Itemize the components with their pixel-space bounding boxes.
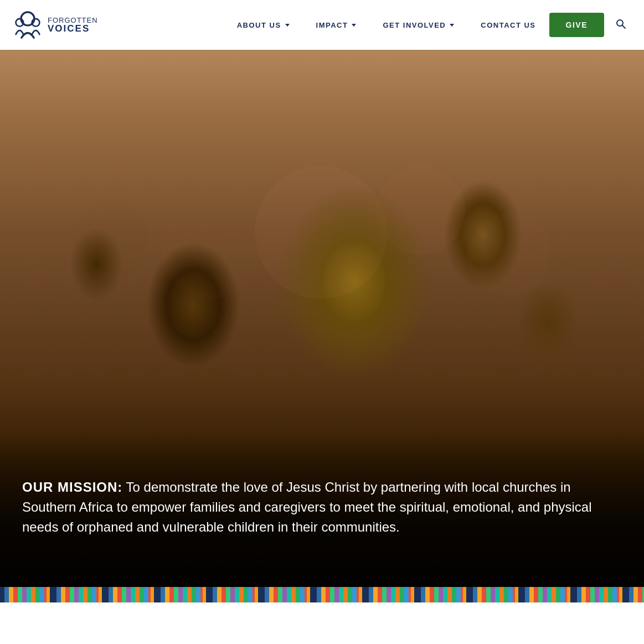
- give-label: GIVE: [566, 20, 588, 29]
- nav-about-label: ABOUT US: [237, 21, 281, 29]
- hero-section: OUR MISSION: To demonstrate the love of …: [0, 0, 644, 587]
- navbar: FORGOTTEN VOICES ABOUT US IMPACT GET INV…: [0, 0, 644, 50]
- hero-mission: OUR MISSION: To demonstrate the love of …: [22, 477, 622, 537]
- nav-get-involved-link[interactable]: GET INVOLVED: [369, 16, 467, 35]
- nav-impact-link[interactable]: IMPACT: [303, 16, 370, 35]
- nav-item-contact[interactable]: CONTACT US: [467, 16, 549, 35]
- nav-impact-label: IMPACT: [316, 21, 348, 29]
- logo-voices: VOICES: [48, 24, 98, 33]
- search-icon: [615, 18, 626, 29]
- mission-label: OUR MISSION:: [22, 480, 122, 494]
- get-involved-chevron-icon: [450, 24, 454, 27]
- logo-text: FORGOTTEN VOICES: [48, 17, 98, 33]
- nav-links: ABOUT US IMPACT GET INVOLVED CONTACT US …: [224, 13, 604, 37]
- nav-item-give[interactable]: GIVE: [549, 13, 604, 37]
- nav-about-link[interactable]: ABOUT US: [224, 16, 303, 35]
- decorative-stripe: [0, 587, 644, 602]
- logo-icon: [11, 8, 44, 42]
- nav-get-involved-label: GET INVOLVED: [383, 21, 446, 29]
- svg-point-5: [255, 166, 388, 299]
- nav-item-about[interactable]: ABOUT US: [224, 16, 303, 35]
- impact-chevron-icon: [352, 24, 356, 27]
- give-button[interactable]: GIVE: [549, 13, 604, 37]
- svg-point-8: [72, 199, 150, 277]
- nav-item-get-involved[interactable]: GET INVOLVED: [369, 16, 467, 35]
- svg-point-7: [377, 166, 465, 255]
- nav-contact-label: CONTACT US: [481, 21, 535, 29]
- svg-point-9: [468, 213, 551, 296]
- search-button[interactable]: [609, 14, 633, 37]
- logo-link[interactable]: FORGOTTEN VOICES: [11, 8, 98, 42]
- nav-contact-link[interactable]: CONTACT US: [467, 16, 549, 35]
- mission-paragraph: OUR MISSION: To demonstrate the love of …: [22, 477, 622, 537]
- about-chevron-icon: [285, 24, 290, 27]
- svg-line-4: [622, 25, 625, 28]
- svg-point-6: [161, 199, 260, 299]
- nav-item-impact[interactable]: IMPACT: [303, 16, 370, 35]
